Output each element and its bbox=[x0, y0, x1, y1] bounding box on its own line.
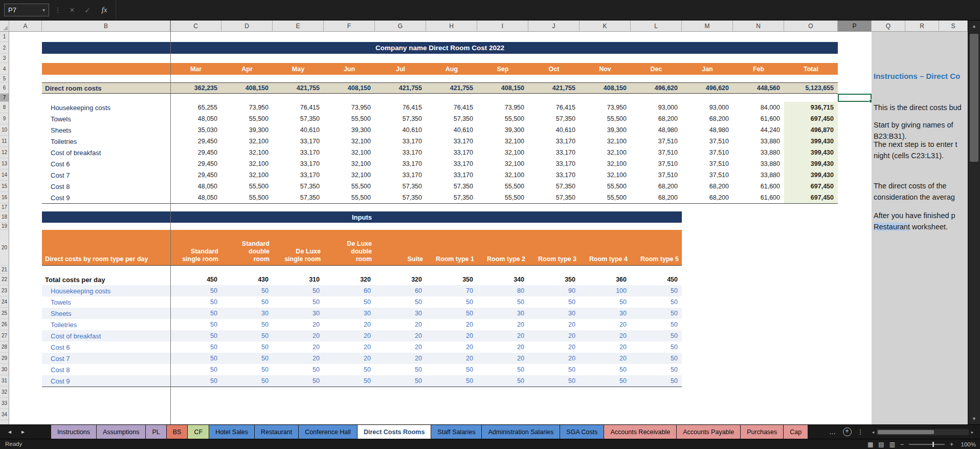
cell-H6[interactable]: 421,755 bbox=[426, 83, 477, 93]
cell-G31[interactable]: 50 bbox=[375, 375, 426, 387]
cell-C8[interactable]: 65,255 bbox=[170, 102, 221, 113]
cell-D9[interactable]: 55,500 bbox=[221, 113, 273, 124]
sheet-tab-bs[interactable]: BS bbox=[167, 425, 188, 439]
cell-G15[interactable]: 57,350 bbox=[375, 181, 426, 192]
cell-I30[interactable]: 50 bbox=[477, 364, 528, 375]
cell-M6[interactable]: 496,620 bbox=[682, 83, 733, 93]
month-header-apr[interactable]: Apr bbox=[221, 63, 273, 75]
cell-D29[interactable]: 50 bbox=[221, 353, 273, 364]
cell-I25[interactable]: 30 bbox=[477, 308, 528, 319]
sheet-tab-restaurant[interactable]: Restaurant bbox=[255, 425, 298, 439]
cell-K9[interactable]: 55,500 bbox=[580, 113, 631, 124]
column-header-S[interactable]: S bbox=[939, 20, 968, 31]
cell-H15[interactable]: 57,350 bbox=[426, 181, 477, 192]
row-header-12[interactable]: 12 bbox=[0, 147, 9, 158]
cell-K25[interactable]: 30 bbox=[580, 308, 631, 319]
cell-K16[interactable]: 55,500 bbox=[580, 192, 631, 203]
cell-E23[interactable]: 50 bbox=[273, 285, 324, 296]
cell-J12[interactable]: 33,170 bbox=[528, 147, 580, 158]
cell-K10[interactable]: 39,300 bbox=[580, 124, 631, 136]
cell-B20[interactable]: Direct costs by room type per day bbox=[42, 230, 170, 265]
cell-G23[interactable]: 60 bbox=[375, 285, 426, 296]
cell-D25[interactable]: 30 bbox=[221, 308, 273, 319]
cell-G14[interactable]: 33,170 bbox=[375, 169, 426, 181]
cell-B8[interactable]: Housekeeping costs bbox=[42, 102, 170, 113]
formula-bar-menu-icon[interactable]: ⋮ bbox=[53, 0, 62, 20]
cell-E26[interactable]: 20 bbox=[273, 319, 324, 330]
cell-J23[interactable]: 90 bbox=[528, 285, 580, 296]
cell-M14[interactable]: 37,510 bbox=[682, 169, 733, 181]
cell-D15[interactable]: 55,500 bbox=[221, 181, 273, 192]
cell-N15[interactable]: 61,600 bbox=[733, 181, 784, 192]
month-header-jun[interactable]: Jun bbox=[324, 63, 375, 75]
cell-L14[interactable]: 37,510 bbox=[631, 169, 682, 181]
month-header-jul[interactable]: Jul bbox=[375, 63, 426, 75]
cell-L13[interactable]: 37,510 bbox=[631, 158, 682, 169]
cell-I22[interactable]: 340 bbox=[477, 274, 528, 285]
cell-J15[interactable]: 57,350 bbox=[528, 181, 580, 192]
cell-C12[interactable]: 29,450 bbox=[170, 147, 221, 158]
sheet-tab-administration-salaries[interactable]: Administration Salaries bbox=[482, 425, 560, 439]
cell-B12[interactable]: Cost of breakfast bbox=[42, 147, 170, 158]
cell-I15[interactable]: 55,500 bbox=[477, 181, 528, 192]
cell-G16[interactable]: 57,350 bbox=[375, 192, 426, 203]
row-header-30[interactable]: 30 bbox=[0, 364, 9, 375]
month-header-jan[interactable]: Jan bbox=[682, 63, 733, 75]
cell-E11[interactable]: 33,170 bbox=[273, 136, 324, 147]
room-type-header-room-type-2[interactable]: Room type 2 bbox=[477, 230, 528, 265]
month-header-sep[interactable]: Sep bbox=[477, 63, 528, 75]
month-header-oct[interactable]: Oct bbox=[528, 63, 580, 75]
cell-I29[interactable]: 20 bbox=[477, 353, 528, 364]
cancel-icon[interactable]: × bbox=[65, 0, 79, 20]
row-header-25[interactable]: 25 bbox=[0, 308, 9, 319]
column-header-R[interactable]: R bbox=[905, 20, 939, 31]
sheet-tab-cf[interactable]: CF bbox=[188, 425, 209, 439]
cell-F8[interactable]: 73,950 bbox=[324, 102, 375, 113]
cell-C25[interactable]: 50 bbox=[170, 308, 221, 319]
column-header-M[interactable]: M bbox=[682, 20, 733, 31]
enter-icon[interactable]: ✓ bbox=[81, 0, 94, 20]
cell-K6[interactable]: 408,150 bbox=[580, 83, 631, 93]
row-header-15[interactable]: 15 bbox=[0, 181, 9, 192]
cell-E25[interactable]: 30 bbox=[273, 308, 324, 319]
cell-J22[interactable]: 350 bbox=[528, 274, 580, 285]
normal-view-icon[interactable]: ▦ bbox=[867, 441, 873, 448]
cell-L28[interactable]: 50 bbox=[631, 341, 682, 353]
cell-L10[interactable]: 48,980 bbox=[631, 124, 682, 136]
cell-C24[interactable]: 50 bbox=[170, 296, 221, 308]
cell-B9[interactable]: Towels bbox=[42, 113, 170, 124]
cell-O13[interactable]: 399,430 bbox=[784, 158, 838, 169]
row-header-16[interactable]: 16 bbox=[0, 192, 9, 203]
cell-H23[interactable]: 70 bbox=[426, 285, 477, 296]
cell-J11[interactable]: 33,170 bbox=[528, 136, 580, 147]
row-header-29[interactable]: 29 bbox=[0, 353, 9, 364]
row-header-9[interactable]: 9 bbox=[0, 113, 9, 124]
month-header-total[interactable]: Total bbox=[784, 63, 838, 75]
zoom-in-icon[interactable]: + bbox=[950, 441, 953, 448]
cell-J26[interactable]: 20 bbox=[528, 319, 580, 330]
cell-F28[interactable]: 20 bbox=[324, 341, 375, 353]
month-header-feb[interactable]: Feb bbox=[733, 63, 784, 75]
cell-C11[interactable]: 29,450 bbox=[170, 136, 221, 147]
cell-H14[interactable]: 33,170 bbox=[426, 169, 477, 181]
cell-O16[interactable]: 697,450 bbox=[784, 192, 838, 203]
cell-H9[interactable]: 57,350 bbox=[426, 113, 477, 124]
room-type-header-room-type-3[interactable]: Room type 3 bbox=[528, 230, 580, 265]
cell-M9[interactable]: 68,200 bbox=[682, 113, 733, 124]
cell-G28[interactable]: 20 bbox=[375, 341, 426, 353]
cell-E24[interactable]: 50 bbox=[273, 296, 324, 308]
cell-B4[interactable] bbox=[42, 63, 170, 75]
room-type-header-suite[interactable]: Suite bbox=[375, 230, 426, 265]
cell-B22[interactable]: Total costs per day bbox=[42, 274, 170, 285]
cell-K12[interactable]: 32,100 bbox=[580, 147, 631, 158]
cell-C28[interactable]: 50 bbox=[170, 341, 221, 353]
cell-N13[interactable]: 33,880 bbox=[733, 158, 784, 169]
cell-K23[interactable]: 100 bbox=[580, 285, 631, 296]
cell-L23[interactable]: 50 bbox=[631, 285, 682, 296]
month-header-may[interactable]: May bbox=[273, 63, 324, 75]
cell-L30[interactable]: 50 bbox=[631, 364, 682, 375]
cell-L27[interactable]: 50 bbox=[631, 330, 682, 341]
cell-L6[interactable]: 496,620 bbox=[631, 83, 682, 93]
cell-E22[interactable]: 310 bbox=[273, 274, 324, 285]
cell-H31[interactable]: 50 bbox=[426, 375, 477, 387]
